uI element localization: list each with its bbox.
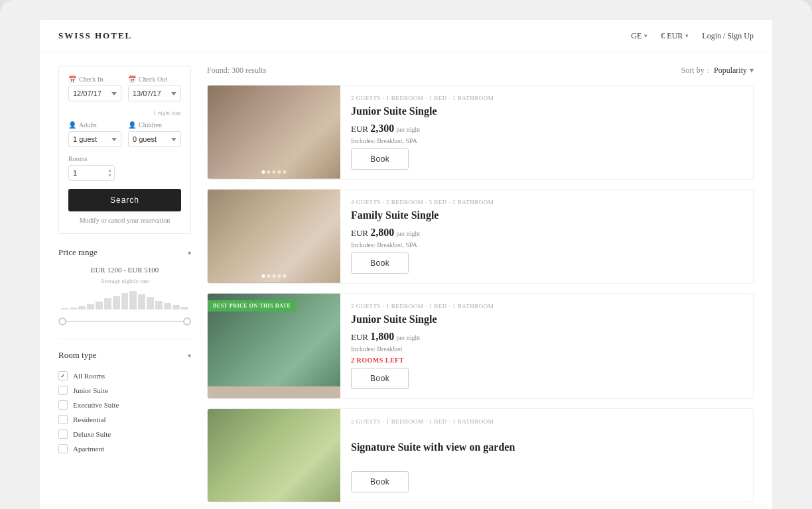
- rooms-left-badge: 2 ROOMS LEFT: [351, 357, 742, 364]
- room-type-option-label: All Rooms: [73, 372, 105, 380]
- image-dot[interactable]: [273, 170, 276, 174]
- results-header: Found: 300 results Sort by: Popularity ▾: [207, 66, 754, 76]
- laptop-screen: SWISS HOTEL GE ▾ € EUR ▾ Login / Sign Up: [40, 20, 772, 509]
- rooms-down-arrow-icon[interactable]: ▼: [107, 174, 112, 178]
- rooms-up-arrow-icon[interactable]: ▲: [107, 168, 112, 173]
- room-image: BEST PRICE ON THIS DATE: [208, 294, 340, 398]
- checkbox-icon: [58, 400, 68, 410]
- slider-thumb-right[interactable]: [183, 317, 191, 325]
- price-range-section: Price range ▾ EUR 1200 - EUR 5100 Averag…: [58, 247, 191, 339]
- checkout-select[interactable]: 13/07/17: [128, 85, 181, 101]
- image-dots: [262, 274, 287, 278]
- date-row: 📅 Check In 12/07/17 📅 Check Out: [68, 76, 181, 101]
- child-icon: 👤: [128, 121, 136, 129]
- checkout-group: 📅 Check Out 13/07/17: [128, 76, 181, 101]
- image-dot[interactable]: [262, 274, 265, 278]
- image-dot[interactable]: [278, 170, 281, 174]
- slider-track: [58, 321, 191, 322]
- image-dot[interactable]: [262, 170, 265, 174]
- room-name: Junior Suite Single: [351, 105, 742, 117]
- language-chevron-icon: ▾: [644, 32, 647, 39]
- histogram-bar: [78, 306, 86, 310]
- room-meta: 2 GUESTS · 1 BEDROOM · 1 BED · 1 BATHROO…: [351, 303, 742, 310]
- price-currency: EUR: [351, 332, 370, 342]
- image-dot[interactable]: [267, 170, 271, 174]
- book-button[interactable]: Book: [351, 471, 409, 492]
- room-type-option[interactable]: Apartment: [58, 441, 191, 456]
- room-price: EUR 2,800 per night: [351, 227, 742, 239]
- modify-link[interactable]: Modify or cancel your reservation: [68, 217, 181, 224]
- room-type-option[interactable]: Residential: [58, 412, 191, 427]
- room-type-option-label: Executive Suite: [73, 401, 119, 409]
- book-button[interactable]: Book: [351, 368, 409, 389]
- rooms-label: Rooms: [68, 155, 181, 162]
- room-type-chevron-icon: ▾: [188, 352, 191, 359]
- booking-form: 📅 Check In 12/07/17 📅 Check Out: [58, 66, 191, 234]
- image-dot[interactable]: [273, 274, 276, 278]
- image-dot[interactable]: [267, 274, 271, 278]
- checkbox-icon: ✓: [58, 371, 68, 380]
- calendar2-icon: 📅: [128, 76, 136, 83]
- night-hint: 1 night stay: [68, 109, 181, 116]
- children-select[interactable]: 0 guest: [128, 131, 181, 147]
- price-range-chevron-icon: ▾: [188, 249, 191, 256]
- checkbox-icon: [58, 444, 68, 453]
- per-night-label: per night: [397, 334, 421, 341]
- histogram-bar: [181, 307, 188, 310]
- laptop-frame: SWISS HOTEL GE ▾ € EUR ▾ Login / Sign Up: [0, 0, 812, 509]
- price-range-header[interactable]: Price range ▾: [58, 247, 191, 258]
- price-avg-label: Average nightly rate: [58, 278, 191, 284]
- image-dot[interactable]: [278, 274, 281, 278]
- histogram-bar: [61, 308, 68, 310]
- histogram-bar: [104, 298, 111, 310]
- room-type-option-label: Apartment: [73, 445, 104, 453]
- search-button[interactable]: Search: [68, 189, 181, 211]
- sort-by-dropdown[interactable]: Sort by: Popularity ▾: [681, 66, 754, 76]
- price-range-title: Price range: [58, 247, 98, 258]
- room-image-placeholder: [208, 190, 340, 282]
- book-button[interactable]: Book: [351, 253, 409, 274]
- room-type-option[interactable]: Executive Suite: [58, 398, 191, 412]
- rooms-input-wrap: ▲ ▼: [68, 165, 115, 181]
- room-image: [208, 85, 340, 179]
- login-link[interactable]: Login / Sign Up: [702, 31, 754, 41]
- checkin-select[interactable]: 12/07/17: [68, 85, 121, 101]
- best-price-badge: BEST PRICE ON THIS DATE: [208, 300, 296, 311]
- adults-label: 👤 Adults: [68, 121, 121, 129]
- header: SWISS HOTEL GE ▾ € EUR ▾ Login / Sign Up: [40, 20, 772, 52]
- room-cards-container: 2 GUESTS · 1 BEDROOM · 1 BED · 1 BATHROO…: [207, 85, 754, 502]
- image-dot[interactable]: [283, 274, 287, 278]
- room-type-option[interactable]: Junior Suite: [58, 383, 191, 398]
- histogram-bar: [70, 308, 77, 310]
- slider-thumb-left[interactable]: [58, 317, 66, 325]
- book-button[interactable]: Book: [351, 148, 409, 170]
- checkout-label: 📅 Check Out: [128, 76, 181, 83]
- checkin-group: 📅 Check In 12/07/17: [68, 76, 121, 101]
- room-card: 4 GUESTS · 2 BEDROOM · 3 BED · 2 BATHROO…: [207, 189, 754, 284]
- histogram-bar: [87, 304, 94, 310]
- room-name: Family Suite Single: [351, 209, 742, 221]
- room-includes: Includes: Breakfast: [351, 345, 742, 353]
- room-type-option-label: Deluxe Suite: [73, 430, 111, 438]
- adults-select[interactable]: 1 guest: [68, 131, 121, 147]
- image-dot[interactable]: [283, 170, 287, 174]
- room-card: BEST PRICE ON THIS DATE2 GUESTS · 1 BEDR…: [207, 293, 754, 399]
- room-type-option[interactable]: Deluxe Suite: [58, 427, 191, 441]
- histogram-bar: [113, 296, 120, 310]
- price-histogram: [58, 290, 191, 310]
- room-price: EUR 1,800 per night: [351, 331, 742, 343]
- room-type-option[interactable]: ✓All Rooms: [58, 368, 191, 383]
- price-range-text: EUR 1200 - EUR 5100: [58, 266, 191, 274]
- room-type-options: ✓All RoomsJunior SuiteExecutive SuiteRes…: [58, 368, 191, 456]
- room-type-header[interactable]: Room type ▾: [58, 350, 191, 361]
- histogram-bar: [155, 301, 163, 310]
- checkbox-icon: [58, 415, 68, 424]
- room-image: [208, 409, 340, 502]
- sidebar: 📅 Check In 12/07/17 📅 Check Out: [58, 66, 191, 509]
- language-dropdown[interactable]: GE ▾: [631, 31, 647, 41]
- currency-dropdown[interactable]: € EUR ▾: [661, 31, 689, 41]
- histogram-bar: [172, 305, 180, 310]
- room-image-placeholder: [208, 409, 340, 502]
- logo: SWISS HOTEL: [58, 30, 132, 41]
- room-type-option-label: Junior Suite: [73, 386, 108, 394]
